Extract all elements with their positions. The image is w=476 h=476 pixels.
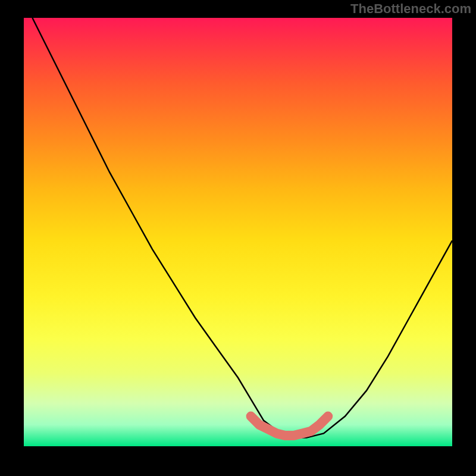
bottleneck-curve <box>32 18 452 438</box>
watermark-text: TheBottleneck.com <box>350 1 471 17</box>
plot-area <box>24 18 452 446</box>
chart-svg <box>24 18 452 446</box>
